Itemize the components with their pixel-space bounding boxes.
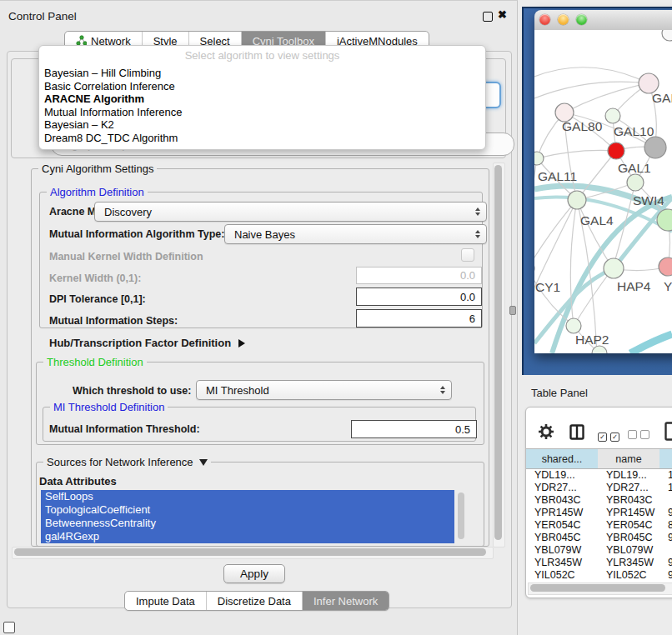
table-row-shared-name[interactable]: YLR345W (526, 556, 598, 568)
table-row-shared-name[interactable]: YIL052C (526, 568, 598, 581)
apply-button-label: Apply (240, 568, 268, 580)
data-attributes-label: Data Attributes (39, 475, 117, 488)
threshold-definition-title: Threshold Definition (43, 356, 147, 368)
partial-table-icon[interactable] (664, 422, 672, 444)
table-row-value[interactable] (659, 543, 672, 556)
sources-title-text: Sources for Network Inference (47, 456, 193, 468)
table-row-value[interactable] (659, 493, 672, 506)
table-row-name[interactable]: YBR043C (598, 493, 659, 506)
algorithm-option-aracne-algorithm[interactable]: ARACNE Algorithm (39, 92, 485, 106)
column-header-shared[interactable]: shared... (526, 448, 599, 469)
table-row-shared-name[interactable]: YDL19... (526, 468, 598, 481)
mi-type-label: Mutual Information Algorithm Type: (49, 228, 224, 240)
table-row-name[interactable]: YIL052C (598, 568, 659, 581)
table-hscroll-thumb[interactable] (530, 584, 665, 592)
data-attributes-list[interactable]: SelfLoopsTopologicalCoefficientBetweenne… (41, 490, 454, 543)
hub-definition-section[interactable]: Hub/Transcription Factor Definition (49, 337, 245, 349)
attribute-topologicalcoefficient[interactable]: TopologicalCoefficient (41, 503, 454, 517)
mi-threshold-label: Mutual Information Threshold: (49, 423, 200, 435)
algorithm-option-basic-correlation-inference[interactable]: Basic Correlation Inference (39, 80, 485, 93)
mi-steps-label: Mutual Information Steps: (49, 315, 178, 327)
manual-kernel-checkbox[interactable] (461, 248, 474, 262)
combo-spinner-icon (440, 381, 445, 399)
algorithm-option-mutual-information-inference[interactable]: Mutual Information Inference (39, 106, 485, 119)
which-threshold-value: MI Threshold (206, 384, 269, 397)
table-row-name[interactable]: YPR145W (598, 506, 659, 518)
table-row-shared-name[interactable]: YER054C (526, 518, 598, 531)
attribute-betweennesscentrality[interactable]: BetweennessCentrality (41, 517, 454, 530)
which-threshold-label: Which threshold to use: (73, 385, 191, 397)
table-row-shared-name[interactable]: YBR045C (526, 531, 598, 543)
column-header-a[interactable]: A (659, 448, 672, 469)
table-row-shared-name[interactable]: YBR043C (526, 493, 598, 506)
collapsed-right-arrow-icon[interactable] (238, 339, 245, 348)
expanded-down-arrow-icon[interactable] (199, 459, 208, 466)
dpi-tolerance-value: 0.0 (460, 291, 475, 303)
aracne-mode-value: Discovery (104, 206, 152, 218)
sources-title[interactable]: Sources for Network Inference (43, 456, 211, 468)
table-row-value[interactable]: 9. (659, 531, 672, 543)
gear-icon[interactable] (538, 423, 554, 443)
apply-button[interactable]: Apply (223, 564, 285, 583)
mi-threshold-value: 0.5 (455, 423, 470, 436)
mi-type-value: Naive Bayes (234, 228, 295, 241)
dpi-tolerance-input[interactable]: 0.0 (356, 288, 482, 306)
algorithm-option-bayesian-hill-climbing[interactable]: Bayesian – Hill Climbing (39, 67, 485, 80)
algorithm-option-dream8-dc-tdc-algorithm[interactable]: Dream8 DC_TDC Algorithm (39, 132, 485, 145)
application-window: Control Panel ✖ NetworkStyleSelectCyni T… (0, 0, 672, 635)
settings-vscroll-thumb[interactable] (494, 165, 502, 540)
table-row-name[interactable]: YLR345W (598, 556, 659, 568)
combo-spinner-icon (475, 225, 480, 243)
mi-algorithm-type-combo[interactable]: Naive Bayes (224, 224, 487, 244)
manual-kernel-label: Manual Kernel Width Definition (49, 251, 203, 262)
table-row-value[interactable]: 9. (659, 556, 672, 568)
algorithm-dropdown-list: Bayesian – Hill ClimbingBasic Correlatio… (39, 67, 485, 145)
table-row-value[interactable]: 13 (659, 468, 672, 481)
aracne-mode-combo[interactable]: Discovery (94, 202, 487, 222)
table-row-value[interactable]: 9. (659, 506, 672, 518)
hub-definition-label: Hub/Transcription Factor Definition (49, 337, 231, 349)
split-columns-icon[interactable] (569, 424, 584, 443)
mi-threshold-title: MI Threshold Definition (50, 401, 168, 413)
kernel-width-input[interactable]: 0.0 (356, 267, 482, 284)
combo-spinner-icon (475, 202, 480, 221)
attribute-gal4rgexp[interactable]: gal4RGexp (41, 530, 454, 543)
table-row-shared-name[interactable]: YDR27... (526, 481, 598, 493)
settings-hscroll-thumb[interactable] (14, 548, 486, 556)
algorithm-definition-title: Algorithm Definition (47, 186, 148, 198)
mi-steps-input[interactable]: 6 (356, 309, 482, 328)
cyni-algorithm-settings-title: Cyni Algorithm Settings (38, 162, 157, 175)
table-row-shared-name[interactable]: YBL079W (526, 543, 598, 556)
mi-threshold-input[interactable]: 0.5 (351, 420, 477, 438)
which-threshold-combo[interactable]: MI Threshold (196, 380, 452, 400)
table-row-name[interactable]: YER054C (598, 518, 659, 531)
algorithm-option-bayesian-k2[interactable]: Bayesian – K2 (39, 118, 485, 132)
table-row-name[interactable]: YDL19... (598, 468, 659, 481)
unchecked-pair-icon[interactable] (628, 428, 653, 442)
kernel-width-label: Kernel Width (0,1): (49, 272, 141, 284)
attribute-list-scrollbar[interactable] (458, 492, 464, 539)
control-panel-body: gal(filtered).sif default node Select al… (7, 51, 512, 608)
column-header-name[interactable]: name (598, 448, 660, 469)
algorithm-dropdown: Select algorithm to view settings Bayesi… (38, 45, 486, 150)
table-row-value[interactable]: 12 (659, 481, 672, 493)
table-row-value[interactable]: 8. (659, 518, 672, 531)
algorithm-dropdown-prompt: Select algorithm to view settings (39, 49, 485, 62)
dpi-tolerance-label: DPI Tolerance [0,1]: (49, 293, 146, 305)
control-panel: Control Panel ✖ NetworkStyleSelectCyni T… (0, 0, 518, 635)
table-row-value[interactable]: 9 (659, 568, 672, 581)
attribute-selfloops[interactable]: SelfLoops (41, 490, 454, 503)
checked-pair-icon[interactable]: ✓✓ (598, 428, 623, 442)
table-row-name[interactable]: YDR27... (598, 481, 659, 493)
table-row-name[interactable]: YBL079W (598, 543, 659, 556)
table-row-name[interactable]: YBR045C (598, 531, 659, 543)
mi-steps-value: 6 (469, 312, 475, 325)
kernel-width-value: 0.0 (460, 269, 475, 282)
table-row-shared-name[interactable]: YPR145W (526, 506, 598, 518)
